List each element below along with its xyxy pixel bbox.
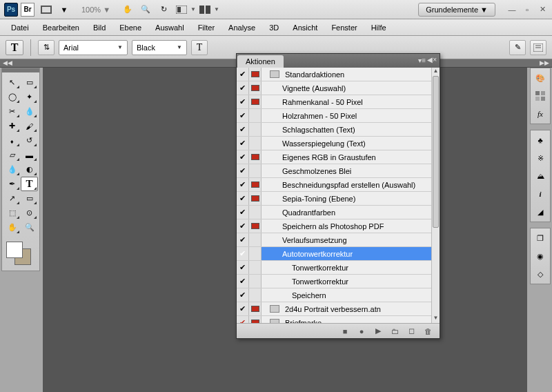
- disclosure-triangle-icon[interactable]: [262, 306, 270, 312]
- action-row[interactable]: ✔Vignette (Auswahl): [237, 81, 440, 95]
- panel-menu-icon[interactable]: ▾≡: [418, 57, 426, 64]
- disclosure-triangle-icon[interactable]: [271, 237, 279, 243]
- menu-hilfe[interactable]: Hilfe: [364, 21, 393, 35]
- bridge-icon[interactable]: Br: [21, 3, 34, 17]
- action-dialog-toggle[interactable]: [249, 81, 262, 95]
- action-dialog-toggle[interactable]: [249, 316, 262, 323]
- gradient-tool[interactable]: ▬: [21, 148, 38, 162]
- font-family-select[interactable]: Arial▼: [59, 40, 128, 55]
- warp-text-icon[interactable]: ✎: [509, 40, 526, 55]
- zoom-tool[interactable]: 🔍: [21, 220, 38, 235]
- text-orientation-icon[interactable]: ⇅: [38, 40, 55, 55]
- stop-button[interactable]: ■: [340, 326, 350, 336]
- delete-button[interactable]: 🗑: [423, 326, 433, 336]
- action-toggle-checkbox[interactable]: ✔: [237, 233, 249, 246]
- photoshop-icon[interactable]: Ps: [4, 3, 18, 17]
- action-dialog-toggle[interactable]: [249, 219, 262, 233]
- action-toggle-checkbox[interactable]: ✔: [237, 275, 249, 288]
- action-row[interactable]: ✔Quadrantfarben: [237, 206, 440, 219]
- actions-panel-titlebar[interactable]: Aktionen ▾≡ ◀×: [237, 54, 440, 68]
- rotate-view-icon[interactable]: ↻: [155, 2, 172, 17]
- menu-filter[interactable]: Filter: [191, 21, 221, 35]
- action-row[interactable]: ✔Standardaktionen: [237, 68, 440, 81]
- histogram-panel-icon[interactable]: ◢: [533, 204, 548, 219]
- disclosure-triangle-icon[interactable]: [281, 293, 289, 298]
- action-dialog-toggle[interactable]: [249, 95, 262, 108]
- action-row[interactable]: ✔Tonwertkorrektur: [237, 275, 440, 288]
- scrollbar-thumb[interactable]: [433, 76, 439, 228]
- dodge-tool[interactable]: ◐: [21, 162, 38, 177]
- action-dialog-toggle[interactable]: [249, 288, 262, 302]
- layers-panel-icon[interactable]: ❐: [533, 231, 548, 246]
- brush-tool[interactable]: 🖌: [21, 119, 38, 133]
- type-tool[interactable]: T: [21, 177, 38, 191]
- menu-analyse[interactable]: Analyse: [221, 21, 262, 35]
- disclosure-triangle-icon[interactable]: [271, 168, 279, 174]
- hand-tool-icon[interactable]: ✋: [119, 2, 136, 17]
- actions-scrollbar[interactable]: ▲ ▼: [431, 68, 440, 323]
- action-toggle-checkbox[interactable]: ✔: [237, 261, 249, 274]
- action-toggle-checkbox[interactable]: ✔: [237, 81, 249, 95]
- menu-fenster[interactable]: Fenster: [324, 21, 364, 35]
- new-set-button[interactable]: 🗀: [390, 326, 400, 336]
- paths-panel-icon[interactable]: ◇: [533, 266, 548, 282]
- menu-datei[interactable]: Datei: [4, 21, 36, 35]
- shape-tool[interactable]: ▭: [21, 191, 38, 206]
- channels-panel-icon[interactable]: ◉: [533, 248, 548, 264]
- action-toggle-checkbox[interactable]: ✔: [237, 206, 249, 219]
- disclosure-triangle-icon[interactable]: [262, 70, 270, 78]
- disclosure-triangle-icon[interactable]: [271, 141, 279, 146]
- action-row[interactable]: ✔Sepia-Toning (Ebene): [237, 192, 440, 206]
- disclosure-triangle-icon[interactable]: [271, 127, 279, 133]
- action-dialog-toggle[interactable]: [249, 192, 262, 205]
- disclosure-triangle-icon[interactable]: [271, 182, 279, 188]
- action-dialog-toggle[interactable]: [249, 206, 262, 219]
- action-row[interactable]: ✔Speichern als Photoshop PDF: [237, 219, 440, 233]
- disclosure-triangle-icon[interactable]: [271, 224, 279, 229]
- action-dialog-toggle[interactable]: [249, 275, 262, 288]
- action-row[interactable]: ✔Rahmenkanal - 50 Pixel: [237, 95, 440, 109]
- zoom-level[interactable]: 100% ▼: [81, 6, 110, 14]
- crop-tool[interactable]: ✂: [3, 104, 21, 119]
- workspace-selector[interactable]: Grundelemente ▼: [418, 3, 495, 17]
- blur-tool[interactable]: 💧: [3, 162, 21, 177]
- panel-close-icon[interactable]: ◀×: [427, 56, 437, 63]
- disclosure-triangle-icon[interactable]: [271, 210, 279, 215]
- action-toggle-checkbox[interactable]: ✔: [237, 150, 249, 164]
- menu-ansicht[interactable]: Ansicht: [286, 21, 324, 35]
- disclosure-triangle-icon[interactable]: [271, 99, 279, 105]
- action-row[interactable]: ✔Wasserspiegelung (Text): [237, 137, 440, 150]
- hand-tool[interactable]: ✋: [3, 220, 21, 235]
- action-row[interactable]: ✔2d4u Portrait verbessern.atn: [237, 302, 440, 316]
- action-row[interactable]: ✔Briefmarke: [237, 316, 440, 323]
- color-panel-icon[interactable]: 🎨: [533, 70, 548, 86]
- disclosure-triangle-icon[interactable]: [281, 279, 289, 284]
- path-selection-tool[interactable]: ↗: [3, 191, 21, 206]
- menu-ebene[interactable]: Ebene: [112, 21, 148, 35]
- action-row[interactable]: ✔Verlaufsumsetzung: [237, 233, 440, 247]
- action-row[interactable]: ✔Geschmolzenes Blei: [237, 164, 440, 178]
- action-toggle-checkbox[interactable]: ✔: [237, 247, 249, 260]
- screen-mode-icon[interactable]: [173, 2, 190, 17]
- film-strip-icon[interactable]: [38, 2, 55, 17]
- font-style-select[interactable]: Black▼: [132, 40, 187, 55]
- dropdown-caret-icon[interactable]: ▼: [56, 2, 72, 17]
- disclosure-triangle-icon[interactable]: [281, 265, 289, 271]
- action-toggle-checkbox[interactable]: ✔: [237, 302, 249, 315]
- action-toggle-checkbox[interactable]: ✔: [237, 109, 249, 122]
- navigator-panel-icon[interactable]: ⛰: [533, 168, 548, 184]
- disclosure-triangle-icon[interactable]: [262, 320, 270, 324]
- menu-3d[interactable]: 3D: [262, 21, 286, 35]
- action-toggle-checkbox[interactable]: ✔: [237, 68, 249, 81]
- action-dialog-toggle[interactable]: [249, 123, 262, 136]
- record-button[interactable]: ●: [357, 326, 366, 336]
- action-row[interactable]: ✔Schlagschatten (Text): [237, 123, 440, 137]
- zoom-tool-icon[interactable]: 🔍: [137, 2, 154, 17]
- menu-auswahl[interactable]: Auswahl: [148, 21, 191, 35]
- eraser-tool[interactable]: ▱: [3, 148, 21, 162]
- lasso-tool[interactable]: ◯: [3, 90, 21, 104]
- 3d-rotate-tool[interactable]: ⬚: [3, 206, 21, 220]
- 3d-orbit-tool[interactable]: ⊙: [21, 206, 38, 220]
- character-panel-icon[interactable]: [530, 40, 546, 55]
- action-toggle-checkbox[interactable]: ✔: [237, 288, 249, 302]
